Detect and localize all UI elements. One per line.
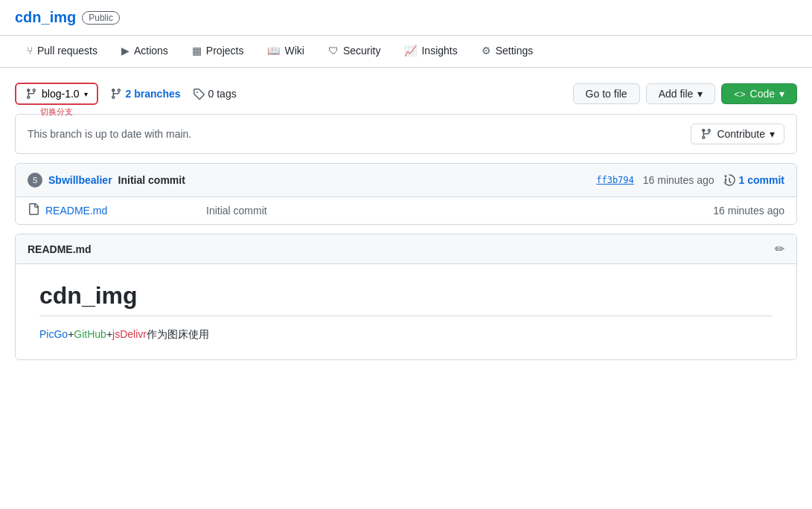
- branches-count-item: 2 branches: [110, 88, 181, 100]
- tab-pull-requests[interactable]: ⑂ Pull requests: [15, 36, 109, 67]
- code-label: Code: [750, 88, 775, 100]
- branches-link[interactable]: 2 branches: [126, 88, 181, 100]
- readme-header: README.md ✏: [16, 234, 796, 264]
- branch-selector[interactable]: blog-1.0 ▾: [15, 83, 98, 105]
- edit-icon[interactable]: ✏: [775, 242, 784, 256]
- contribute-dropdown-icon: ▾: [770, 128, 775, 140]
- tab-security-label: Security: [343, 45, 381, 57]
- branch-left: blog-1.0 ▾ 切换分支 2 branches 0 tags: [15, 83, 237, 105]
- security-icon: 🛡: [328, 45, 339, 57]
- contribute-label: Contribute: [717, 128, 765, 140]
- up-to-date-message: This branch is up to date with main.: [28, 128, 191, 140]
- readme-body: cdn_img PicGo+GitHub+jsDelivr作为图床使用: [16, 264, 796, 359]
- code-icon: <>: [734, 89, 745, 100]
- file-name[interactable]: README.md: [45, 205, 194, 217]
- repo-name[interactable]: cdn_img: [15, 9, 76, 26]
- github-link[interactable]: GitHub: [74, 328, 106, 340]
- branches-icon: [110, 88, 122, 100]
- settings-icon: ⚙: [482, 45, 491, 57]
- history-icon: [723, 174, 735, 186]
- branch-dropdown-icon: ▾: [84, 90, 88, 98]
- file-time: 16 minutes ago: [713, 205, 784, 217]
- file-commit-message: Initial commit: [194, 205, 713, 217]
- commit-header-left: S Sbwillbealier Initial commit: [28, 173, 185, 188]
- readme-filename: README.md: [28, 243, 92, 255]
- tab-actions-label: Actions: [134, 45, 168, 57]
- commit-hash[interactable]: ff3b794: [596, 175, 634, 185]
- wiki-icon: 📖: [267, 45, 280, 57]
- nav-tabs: ⑂ Pull requests ▶ Actions ▦ Projects 📖 W…: [0, 36, 812, 68]
- tab-insights[interactable]: 📈 Insights: [392, 36, 469, 67]
- tab-pull-requests-label: Pull requests: [37, 45, 97, 57]
- tab-settings-label: Settings: [496, 45, 534, 57]
- add-file-button[interactable]: Add file ▾: [646, 83, 716, 104]
- tag-icon: [193, 88, 205, 100]
- add-file-dropdown-icon: ▾: [697, 88, 703, 100]
- code-dropdown-icon: ▾: [779, 88, 784, 100]
- tab-wiki-label: Wiki: [284, 45, 304, 57]
- branch-name: blog-1.0: [42, 88, 80, 100]
- avatar: S: [28, 173, 42, 188]
- branch-right: Go to file Add file ▾ <> Code ▾: [573, 83, 797, 104]
- file-row: README.md Initial commit 16 minutes ago: [16, 197, 796, 224]
- plus-2: +: [106, 328, 112, 340]
- tab-projects-label: Projects: [206, 45, 244, 57]
- up-to-date-banner: This branch is up to date with main. Con…: [15, 114, 797, 154]
- readme-heading: cdn_img: [39, 282, 773, 316]
- tab-settings[interactable]: ⚙ Settings: [470, 36, 546, 67]
- readme-section: README.md ✏ cdn_img PicGo+GitHub+jsDeliv…: [15, 234, 797, 360]
- code-button[interactable]: <> Code ▾: [721, 83, 797, 104]
- branch-meta: 2 branches 0 tags: [110, 88, 237, 100]
- add-file-label: Add file: [659, 88, 694, 100]
- tags-count-item: 0 tags: [193, 88, 237, 100]
- branch-selector-wrapper: blog-1.0 ▾ 切换分支: [15, 83, 98, 105]
- commit-message: Initial commit: [118, 174, 185, 186]
- commit-time: 16 minutes ago: [643, 174, 715, 186]
- tab-actions[interactable]: ▶ Actions: [109, 36, 180, 67]
- repo-title-bar: cdn_img Public: [0, 0, 812, 36]
- insights-icon: 📈: [404, 45, 417, 57]
- branch-bar: blog-1.0 ▾ 切换分支 2 branches 0 tags: [15, 83, 797, 105]
- tab-wiki[interactable]: 📖 Wiki: [255, 36, 316, 67]
- branch-icon: [25, 88, 37, 100]
- commit-header: S Sbwillbealier Initial commit ff3b794 1…: [16, 164, 796, 197]
- main-content: blog-1.0 ▾ 切换分支 2 branches 0 tags: [0, 68, 812, 375]
- go-to-file-button[interactable]: Go to file: [573, 83, 640, 104]
- actions-icon: ▶: [121, 45, 130, 57]
- tab-projects[interactable]: ▦ Projects: [180, 36, 256, 67]
- commit-count: 1 commit: [723, 174, 784, 186]
- commit-header-right: ff3b794 16 minutes ago 1 commit: [596, 174, 784, 186]
- contribute-button[interactable]: Contribute ▾: [691, 124, 784, 144]
- pull-request-icon: ⑂: [27, 45, 33, 57]
- visibility-badge: Public: [82, 11, 120, 25]
- commit-author[interactable]: Sbwillbealier: [48, 174, 112, 186]
- commit-count-link[interactable]: 1 commit: [739, 174, 784, 186]
- file-table: S Sbwillbealier Initial commit ff3b794 1…: [15, 163, 797, 225]
- readme-suffix-text: 作为图床使用: [147, 328, 209, 340]
- projects-icon: ▦: [192, 45, 202, 57]
- readme-description: PicGo+GitHub+jsDelivr作为图床使用: [39, 328, 773, 342]
- jsdelivr-link[interactable]: jsDelivr: [112, 328, 147, 340]
- repo-title: cdn_img Public: [15, 9, 120, 26]
- picgo-link[interactable]: PicGo: [39, 328, 68, 340]
- contribute-icon: [700, 128, 712, 140]
- tab-security[interactable]: 🛡 Security: [316, 36, 393, 67]
- tags-count-label: 0 tags: [208, 88, 237, 100]
- switch-branch-label: 切换分支: [40, 106, 73, 118]
- file-icon: [28, 203, 39, 218]
- tab-insights-label: Insights: [421, 45, 457, 57]
